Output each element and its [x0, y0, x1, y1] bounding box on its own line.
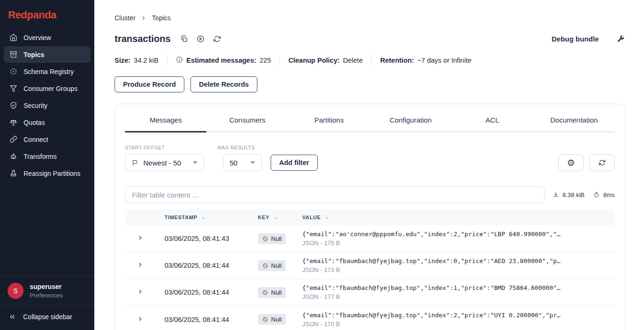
tab-messages[interactable]: Messages: [125, 116, 206, 131]
breadcrumb-cluster[interactable]: Cluster: [115, 14, 135, 22]
refresh-topic-button[interactable]: [213, 34, 222, 44]
add-filter-button[interactable]: Add filter: [271, 155, 318, 171]
value-meta: JSON - 170 B: [302, 321, 613, 328]
column-label: VALUE: [302, 214, 321, 220]
download-icon: [553, 191, 559, 198]
key-cell: Null: [258, 287, 302, 298]
messages-table: TIMESTAMP ▲ KEY ▲ VALUE ▲ 03/06/2025, 08…: [125, 209, 615, 330]
table-settings-button[interactable]: ⚙: [558, 154, 584, 171]
sidebar-item-label: Reassign Partitions: [24, 170, 81, 177]
key-value: Null: [271, 235, 281, 242]
key-cell: Null: [258, 314, 302, 325]
stat-retention: Retention: ~7 days or Infinite: [380, 57, 471, 64]
produce-record-button[interactable]: Produce Record: [115, 76, 184, 92]
table-row: 03/06/2025, 08:41:44 Null {"email":"fbau…: [125, 252, 615, 279]
null-badge: Null: [258, 260, 286, 271]
stat-cleanup-policy: Cleanup Policy: Delete: [289, 57, 363, 64]
collapse-sidebar-label: Collapse sidebar: [23, 313, 72, 321]
max-results-select[interactable]: 50: [223, 154, 262, 171]
tab-configuration[interactable]: Configuration: [370, 116, 452, 131]
value-cell[interactable]: {"email":"fbaumbach@fyejbag.top","index"…: [302, 312, 615, 328]
table-row: 03/06/2025, 08:41:44 Null {"email":"fbau…: [125, 279, 615, 306]
topics-box-icon: [9, 50, 17, 59]
user-preferences-link[interactable]: Preferences: [30, 292, 63, 299]
max-results-label: MAX RESULTS: [217, 145, 262, 150]
start-offset-value: Newest - 50: [143, 159, 181, 167]
copy-topic-name-button[interactable]: [180, 34, 189, 44]
play-circle-icon: [197, 35, 205, 43]
topic-detail-card: Messages Consumers Partitions Configurat…: [115, 104, 625, 330]
stat-size: Size: 34.2 kiB: [115, 57, 158, 64]
avatar: S: [8, 283, 24, 299]
delete-records-button[interactable]: Delete Records: [190, 76, 257, 92]
breadcrumb: Cluster Topics: [115, 14, 625, 22]
expand-row-button[interactable]: [125, 234, 165, 243]
refresh-icon: [598, 159, 606, 166]
start-offset-field: START OFFSET Newest - 50: [125, 145, 204, 171]
chevron-right-icon: [137, 235, 143, 241]
tab-consumers[interactable]: Consumers: [206, 116, 288, 131]
expand-row-button[interactable]: [125, 261, 165, 270]
key-value: Null: [271, 316, 281, 323]
admin-tools-button[interactable]: [616, 34, 625, 44]
expand-row-button[interactable]: [125, 288, 165, 297]
start-offset-label: START OFFSET: [125, 145, 204, 150]
stat-value: 225: [260, 57, 271, 64]
tab-partitions[interactable]: Partitions: [288, 116, 370, 131]
timestamp-cell: 03/06/2025, 08:41:44: [165, 289, 258, 296]
sidebar-item-quotas[interactable]: Quotas: [4, 114, 91, 131]
start-offset-select[interactable]: Newest - 50: [125, 154, 204, 171]
value-json: {"email":"fbaumbach@fyejbag.top","index"…: [302, 312, 613, 319]
table-row: 03/06/2025, 08:41:43 Null {"email":"ao'c…: [125, 225, 615, 252]
user-name: superuser: [30, 283, 63, 290]
sidebar-item-security[interactable]: Security: [4, 97, 91, 114]
expand-row-button[interactable]: [125, 315, 165, 324]
value-meta: JSON - 173 B: [302, 266, 613, 273]
table-row: 03/06/2025, 08:41:44 Null {"email":"fbau…: [125, 306, 615, 330]
chevron-right-icon: [137, 316, 143, 322]
key-cell: Null: [258, 260, 302, 271]
debug-bundle-link[interactable]: Debug bundle: [552, 35, 599, 43]
breadcrumb-topics[interactable]: Topics: [152, 14, 171, 22]
column-header-value[interactable]: VALUE ▲: [302, 214, 615, 220]
info-icon[interactable]: [176, 56, 183, 65]
sidebar-item-overview[interactable]: Overview: [4, 29, 91, 46]
value-cell[interactable]: {"email":"ao'conner@pppomfu.edu","index"…: [302, 231, 615, 247]
sidebar-item-transforms[interactable]: Transforms: [4, 148, 91, 165]
divider: [280, 55, 280, 66]
null-badge: Null: [258, 233, 286, 244]
stopwatch-icon: [593, 191, 600, 198]
sort-icon: ▲: [201, 215, 206, 220]
page-title: transactions: [115, 33, 171, 44]
column-header-key[interactable]: KEY ▲: [258, 214, 302, 220]
user-profile[interactable]: S superuser Preferences: [0, 276, 94, 305]
value-cell[interactable]: {"email":"fbaumbach@fyejbag.top","index"…: [302, 257, 615, 273]
sidebar-item-connect[interactable]: Connect: [4, 131, 91, 148]
copy-icon: [180, 35, 188, 43]
sidebar-item-consumer-groups[interactable]: Consumer Groups: [4, 80, 91, 97]
null-icon: [262, 236, 268, 242]
refresh-messages-button[interactable]: [589, 154, 615, 171]
collapse-sidebar-button[interactable]: Collapse sidebar: [0, 305, 94, 330]
sidebar-item-topics[interactable]: Topics: [4, 46, 91, 63]
shield-check-icon: [9, 101, 17, 110]
value-cell[interactable]: {"email":"fbaumbach@fyejbag.top","index"…: [302, 284, 615, 300]
sidebar-item-reassign-partitions[interactable]: Reassign Partitions: [4, 165, 91, 182]
sidebar-item-schema-registry[interactable]: Schema Registry: [4, 63, 91, 80]
produce-message-button[interactable]: [196, 34, 206, 44]
column-header-timestamp[interactable]: TIMESTAMP ▲: [165, 214, 258, 220]
tab-bar: Messages Consumers Partitions Configurat…: [125, 104, 615, 132]
sidebar-item-label: Consumer Groups: [24, 85, 77, 92]
timestamp-cell: 03/06/2025, 08:41:43: [165, 235, 258, 242]
title-actions: [180, 34, 222, 44]
filter-table-input[interactable]: [125, 186, 545, 203]
gear-icon: ⚙: [567, 158, 575, 167]
value-json: {"email":"ao'conner@pppomfu.edu","index"…: [302, 231, 613, 238]
key-value: Null: [271, 262, 281, 269]
link-icon: [9, 135, 17, 144]
stat-estimated-messages: Estimated messages: 225: [176, 56, 271, 65]
tab-documentation[interactable]: Documentation: [533, 116, 615, 131]
tab-acl[interactable]: ACL: [452, 116, 533, 131]
table-header: TIMESTAMP ▲ KEY ▲ VALUE ▲: [125, 209, 615, 225]
funnel-icon: [9, 84, 17, 93]
